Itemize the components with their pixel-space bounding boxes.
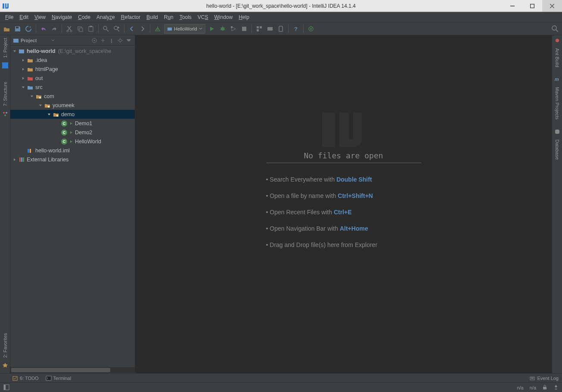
tool-window-ant[interactable]: Ant Build [554,46,561,70]
tool-window-terminal[interactable]: Terminal [46,375,71,381]
svg-rect-6 [16,27,19,28]
horizontal-scrollbar[interactable] [10,367,135,373]
package-icon [44,102,51,109]
hide-icon[interactable] [125,37,132,44]
menu-refactor[interactable]: Refactor [118,13,143,21]
svg-point-23 [221,27,224,31]
replace-icon[interactable] [112,25,121,33]
tree-label: Demo2 [75,130,92,136]
separator [124,25,124,33]
back-icon[interactable] [127,25,136,33]
save-all-icon[interactable] [13,25,22,33]
tool-window-project[interactable]: 1: Project [2,35,9,60]
menu-build[interactable]: Build [144,13,161,21]
tree-node-helloworld[interactable]: C HelloWorld [10,137,135,146]
chevron-down-icon [199,27,202,31]
coverage-icon[interactable] [229,25,238,33]
tree-node-iml[interactable]: hello-world.iml [10,146,135,155]
lock-icon[interactable] [542,385,547,391]
chevron-down-icon[interactable] [47,112,52,117]
menu-navigate[interactable]: Navigate [49,13,75,21]
tool-window-database[interactable]: Database [554,137,561,162]
tree-node-idea[interactable]: .idea [10,56,135,65]
tree-node-htmlpage[interactable]: htmlPage [10,65,135,74]
menu-vcs[interactable]: VCS [195,13,211,21]
gear-icon[interactable] [117,37,124,44]
tool-window-todo[interactable]: 6: TODO [12,375,39,381]
project-tree[interactable]: hello-world (E:\git_work_space\he .idea … [10,46,135,367]
library-icon [18,156,25,163]
undo-icon[interactable] [39,25,48,33]
jrebel-icon[interactable] [307,25,315,33]
forward-icon[interactable] [138,25,147,33]
status-na-1: n/a [517,385,523,390]
scrollbar-thumb[interactable] [11,368,110,372]
run-icon[interactable] [208,25,216,33]
tree-label: .idea [35,57,47,63]
menu-edit[interactable]: Edit [17,13,31,21]
search-everywhere-icon[interactable] [551,25,559,33]
sdk-manager-icon[interactable] [266,25,274,33]
chevron-down-icon[interactable] [38,103,43,108]
tree-node-external-libraries[interactable]: External Libraries [10,155,135,164]
folder-icon [27,57,34,64]
status-tool-windows-icon[interactable] [3,384,9,391]
collapse-all-icon[interactable] [99,37,106,44]
sync-icon[interactable] [24,25,33,33]
tree-node-demo1[interactable]: C Demo1 [10,119,135,128]
tool-window-favorites[interactable]: 2: Favorites [2,330,9,360]
open-icon[interactable] [3,25,11,33]
help-icon[interactable]: ? [292,25,300,33]
svg-rect-61 [19,157,21,162]
menu-help[interactable]: Help [236,13,252,21]
chevron-right-icon[interactable] [21,58,26,63]
chevron-down-icon[interactable] [21,85,26,90]
tree-node-root[interactable]: hello-world (E:\git_work_space\he [10,46,135,56]
redo-icon[interactable] [50,25,59,33]
tree-node-out[interactable]: out [10,74,135,83]
menu-view[interactable]: View [32,13,48,21]
minimize-button[interactable] [503,0,522,12]
stop-icon[interactable] [240,25,248,33]
tree-node-src[interactable]: src [10,83,135,92]
close-button[interactable] [542,0,562,12]
tool-window-maven[interactable]: Maven Projects [554,84,561,122]
tree-node-demo[interactable]: demo [10,110,135,119]
run-configuration-selector[interactable]: HelloWorld [164,24,205,34]
copy-icon[interactable] [76,25,84,33]
module-icon [18,48,25,55]
scroll-from-source-icon[interactable] [91,37,98,44]
chevron-down-icon[interactable] [51,39,55,42]
svg-rect-76 [543,387,546,389]
chevron-right-icon[interactable] [21,67,26,72]
menu-code[interactable]: Code [75,13,93,21]
tree-node-demo2[interactable]: C Demo2 [10,128,135,137]
menu-run[interactable]: Run [161,13,176,21]
bottom-tool-window-bar: 6: TODO Terminal Event Log [0,373,562,383]
menu-file[interactable]: File [3,13,16,21]
svg-text:m: m [555,77,559,82]
tree-label: Demo1 [75,120,92,127]
tree-node-com[interactable]: com [10,92,135,101]
svg-rect-75 [4,385,6,390]
chevron-down-icon[interactable] [29,94,34,99]
menu-analyze[interactable]: Analyze [94,13,118,21]
chevron-right-icon[interactable] [21,76,26,81]
menu-tools[interactable]: Tools [177,13,194,21]
tree-label: youmeek [53,102,75,108]
tool-window-structure[interactable]: 7: Structure [2,79,9,109]
menu-window[interactable]: Window [211,13,235,21]
find-icon[interactable] [102,25,110,33]
chevron-down-icon[interactable] [12,49,17,54]
tool-window-event-log[interactable]: Event Log [529,375,559,381]
tree-node-youmeek[interactable]: youmeek [10,101,135,110]
cut-icon[interactable] [65,25,74,33]
paste-icon[interactable] [87,25,95,33]
debug-icon[interactable] [218,25,227,33]
hector-icon[interactable] [553,385,559,391]
avd-manager-icon[interactable] [276,25,285,33]
chevron-right-icon[interactable] [12,157,17,162]
make-project-icon[interactable] [153,25,162,33]
maximize-button[interactable] [522,0,542,12]
project-structure-icon[interactable] [255,25,264,33]
